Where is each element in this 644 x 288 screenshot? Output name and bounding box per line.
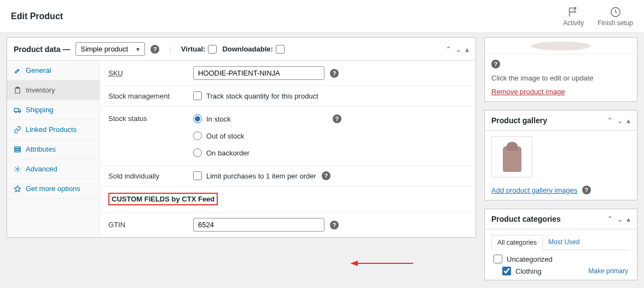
sku-input[interactable] (193, 66, 324, 80)
custom-fields-heading: CUSTOM FIELDS by CTX Feed (108, 193, 218, 205)
wrench-icon (14, 67, 21, 74)
product-data-metabox: Product data — Simple product ? | Virtua… (7, 37, 476, 238)
product-data-tabs: General Inventory Shipping Linked Produc… (7, 61, 100, 237)
gallery-thumbnail[interactable] (491, 136, 532, 177)
product-type-select[interactable]: Simple product (76, 42, 145, 56)
panel-up-icon[interactable]: ⌃ (607, 116, 613, 125)
stock-mgmt-label: Stock management (108, 92, 185, 100)
categories-tab-most-used[interactable]: Most Used (543, 235, 585, 250)
panel-down-icon[interactable]: ⌄ (617, 215, 623, 223)
tab-shipping[interactable]: Shipping (7, 100, 100, 120)
virtual-toggle[interactable]: Virtual: (181, 45, 217, 54)
gtin-label: GTIN (108, 221, 185, 229)
gtin-input[interactable] (193, 218, 324, 232)
tab-get-more[interactable]: Get more options (7, 179, 100, 199)
sold-individually-label: Sold individually (108, 172, 185, 180)
stock-instock-radio[interactable]: In stock? (193, 114, 341, 123)
activity-button[interactable]: Activity (563, 6, 584, 27)
svg-rect-7 (15, 147, 21, 148)
top-bar: Edit Product Activity Finish setup (0, 0, 644, 33)
product-image-thumbnail[interactable] (485, 38, 637, 54)
gallery-title: Product gallery (491, 116, 607, 125)
svg-point-10 (16, 168, 19, 170)
help-icon[interactable]: ? (330, 69, 339, 78)
list-icon (14, 146, 21, 153)
categories-tab-all[interactable]: All categories (491, 235, 543, 250)
stock-status-label: Stock status (108, 114, 185, 123)
product-categories-box: Product categories ⌃⌄▴ All categories Mo… (484, 209, 637, 280)
stock-backorder-radio[interactable]: On backorder (193, 148, 341, 157)
help-icon[interactable]: ? (322, 171, 330, 180)
tab-linked-products[interactable]: Linked Products (7, 120, 100, 140)
categories-title: Product categories (491, 215, 607, 223)
clipboard-icon (14, 87, 21, 94)
product-image-box: ? Click the image to edit or update Remo… (484, 37, 637, 102)
add-gallery-images-link[interactable]: Add product gallery images (491, 186, 578, 194)
gear-icon (14, 165, 21, 173)
product-gallery-box: Product gallery ⌃⌄▴ Add product gallery … (484, 110, 637, 200)
help-icon[interactable]: ? (582, 186, 591, 194)
category-uncategorized[interactable]: Uncategorized (494, 255, 628, 263)
track-stock-checkbox[interactable]: Track stock quantity for this product (193, 91, 318, 100)
panel-up-icon[interactable]: ⌃ (445, 45, 452, 54)
panel-toggle-icon[interactable]: ▴ (626, 215, 630, 223)
truck-icon (14, 106, 21, 114)
help-icon[interactable]: ? (330, 221, 339, 229)
page-title: Edit Product (11, 11, 63, 21)
tab-advanced[interactable]: Advanced (7, 159, 100, 179)
sku-label: SKU (108, 69, 185, 77)
panel-down-icon[interactable]: ⌄ (617, 116, 623, 125)
panel-up-icon[interactable]: ⌃ (607, 215, 613, 223)
finish-setup-button[interactable]: Finish setup (597, 6, 633, 27)
stock-outofstock-radio[interactable]: Out of stock (193, 131, 341, 140)
tab-inventory[interactable]: Inventory (7, 80, 100, 100)
svg-point-11 (531, 42, 591, 50)
clock-icon (610, 6, 622, 18)
make-primary-link[interactable]: Make primary (588, 267, 628, 275)
inventory-panel: SKU ? Stock management Track stock quant… (100, 61, 475, 237)
svg-rect-8 (15, 148, 21, 149)
annotation-arrow-icon (350, 258, 416, 269)
svg-rect-9 (15, 151, 21, 152)
link-icon (14, 126, 21, 134)
category-clothing[interactable]: Clothing (502, 267, 542, 275)
panel-down-icon[interactable]: ⌄ (455, 45, 462, 54)
svg-marker-13 (350, 261, 358, 266)
help-icon[interactable]: ? (150, 45, 159, 54)
remove-image-link[interactable]: Remove product image (491, 88, 565, 96)
help-icon[interactable]: ? (333, 114, 341, 123)
sold-individually-checkbox[interactable]: Limit purchases to 1 item per order (193, 171, 316, 180)
star-icon (14, 185, 21, 193)
tab-general[interactable]: General (7, 61, 100, 80)
tab-attributes[interactable]: Attributes (7, 140, 100, 159)
svg-point-0 (575, 7, 577, 9)
downloadable-toggle[interactable]: Downloadable: (222, 45, 284, 54)
panel-toggle-icon[interactable]: ▴ (626, 116, 630, 125)
help-icon[interactable]: ? (491, 60, 500, 68)
image-placeholder-icon (528, 41, 594, 51)
image-help-text: Click the image to edit or update (491, 74, 630, 82)
flag-icon (567, 6, 579, 18)
product-data-label: Product data — (14, 45, 70, 54)
panel-toggle-icon[interactable]: ▴ (465, 45, 469, 54)
